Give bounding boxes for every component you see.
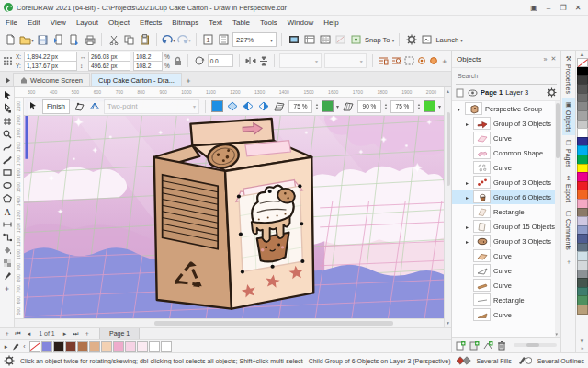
print-button[interactable] xyxy=(83,32,96,47)
menu-text[interactable]: Text xyxy=(209,18,222,27)
start-point-icon[interactable] xyxy=(417,53,426,68)
palette-scroll-left-icon[interactable]: ‹ xyxy=(20,343,28,350)
rectangle-tool[interactable] xyxy=(1,167,13,178)
eyedropper-icon[interactable] xyxy=(11,342,19,351)
expand-caret[interactable]: ▸ xyxy=(464,194,470,201)
plane-left-icon[interactable] xyxy=(242,100,254,113)
layer-options-gear-icon[interactable] xyxy=(547,87,557,98)
expand-caret[interactable]: ▸ xyxy=(464,121,470,127)
vanishing-point-icon[interactable] xyxy=(88,100,101,113)
zoom-level-combo[interactable]: 227%▾ xyxy=(232,32,277,47)
no-color-swatch[interactable] xyxy=(577,58,588,67)
menu-window[interactable]: Window xyxy=(288,18,313,27)
object-item[interactable]: ▾ Perspective Group xyxy=(452,101,560,116)
outline-width-combo[interactable]: ▾ xyxy=(279,53,322,68)
outline-pen-icon[interactable] xyxy=(517,356,532,365)
color-swatch[interactable] xyxy=(149,341,160,352)
stepper-control[interactable]: ▲▼ xyxy=(417,103,421,110)
polygon-tool[interactable] xyxy=(1,192,13,204)
add-tool-plus[interactable]: ＋ xyxy=(1,282,13,294)
vertical-ruler[interactable]: 2100200019001800170016001500140013001200… xyxy=(15,98,24,318)
object-item[interactable]: ▸ Group of 3 Objects xyxy=(452,116,560,131)
object-item[interactable]: Common Shape xyxy=(452,145,560,160)
object-item[interactable]: Rectangle xyxy=(452,293,560,307)
stepper-control[interactable]: ▲▼ xyxy=(315,103,319,110)
search-input[interactable] xyxy=(456,72,557,80)
plane-color-swatch[interactable] xyxy=(322,100,334,112)
restore-button[interactable]: ❐ xyxy=(557,2,570,13)
plane-top-icon[interactable] xyxy=(226,100,239,113)
launch-button[interactable]: Launch xyxy=(435,36,458,44)
color-swatch[interactable] xyxy=(137,341,148,352)
object-item[interactable]: Curve xyxy=(452,278,560,293)
finish-button[interactable]: Finish xyxy=(42,99,70,114)
outline-style-combo[interactable]: ▾ xyxy=(324,53,367,68)
menu-object[interactable]: Object xyxy=(108,18,130,27)
scrollbar-thumb[interactable] xyxy=(556,103,560,158)
marquee-select-icon[interactable] xyxy=(404,53,414,68)
dock-pin-icon[interactable]: » xyxy=(544,56,548,63)
edit-perspective-icon[interactable] xyxy=(73,100,85,113)
expand-caret[interactable]: ▾ xyxy=(456,106,462,112)
tab-pages[interactable]: ❐ Pages xyxy=(562,137,575,170)
scale-v-field[interactable]: 108.2 xyxy=(133,61,163,71)
canvas-artwork[interactable] xyxy=(24,98,444,318)
full-screen-preview-button[interactable] xyxy=(287,32,300,47)
plane-opacity-field[interactable]: 75 % xyxy=(288,100,312,113)
copy-button[interactable] xyxy=(122,32,136,47)
color-swatch[interactable] xyxy=(53,341,64,352)
palette-scroll-down-icon[interactable]: ▼ xyxy=(580,339,585,345)
scroll-down-icon[interactable]: ▼ xyxy=(446,320,450,326)
color-swatch[interactable] xyxy=(41,341,52,352)
object-item[interactable]: ▸ Group of 3 Objects xyxy=(452,234,560,248)
line-color-swatch[interactable] xyxy=(424,100,435,112)
transparency-tool[interactable] xyxy=(1,257,13,269)
tab-welcome-screen[interactable]: Welcome Screen xyxy=(13,73,90,86)
object-item[interactable]: ▸ Group of 15 Objects xyxy=(452,219,560,234)
fill-color-indicator[interactable] xyxy=(457,356,471,365)
new-master-layer-icon[interactable] xyxy=(469,340,480,351)
drawing-canvas[interactable]: Finish Two-point▾ xyxy=(24,98,444,318)
color-swatch[interactable] xyxy=(101,341,112,352)
color-swatch[interactable] xyxy=(89,341,100,352)
page-tab[interactable]: Page 1 xyxy=(99,328,140,339)
menu-table[interactable]: Table xyxy=(232,18,250,27)
export-button[interactable] xyxy=(67,32,81,47)
snap-options-icon[interactable] xyxy=(349,32,363,47)
end-point-icon[interactable] xyxy=(429,53,438,68)
object-item[interactable]: Curve xyxy=(452,307,560,322)
object-item[interactable]: Curve xyxy=(452,131,560,145)
close-button[interactable]: ✕ xyxy=(571,2,584,13)
zoom-to-page-button[interactable] xyxy=(217,32,231,47)
minimize-button[interactable]: – xyxy=(542,2,555,13)
save-button[interactable] xyxy=(36,32,50,47)
add-page-after-button[interactable]: ＋ xyxy=(83,329,91,339)
snap-off-button[interactable] xyxy=(334,32,347,47)
tree-scrollbar[interactable]: ▾ xyxy=(555,101,560,337)
wrap-contour-icon[interactable] xyxy=(391,53,401,68)
y-position-field[interactable]: 1,137.67 px xyxy=(24,61,77,71)
zoom-tool[interactable] xyxy=(1,128,13,140)
expand-caret[interactable]: ▸ xyxy=(464,224,470,230)
add-docker-tab[interactable]: ＋ xyxy=(562,255,575,270)
crop-tool[interactable] xyxy=(1,115,13,127)
perspective-type-combo[interactable]: Two-point▾ xyxy=(104,99,199,114)
zoom-actual-button[interactable]: 1 xyxy=(201,32,215,47)
wrap-text-icon[interactable] xyxy=(379,53,389,68)
scrollbar-thumb[interactable] xyxy=(447,112,450,186)
object-item[interactable]: Curve xyxy=(452,160,560,175)
tab-export[interactable]: ↥ Export xyxy=(562,172,575,205)
last-page-button[interactable]: ⏭ xyxy=(72,330,80,338)
tab-scroll-icon[interactable] xyxy=(2,74,13,86)
object-item[interactable]: Rectangle xyxy=(452,204,560,219)
object-position-grid-icon[interactable] xyxy=(3,53,13,68)
tab-comments[interactable]: ▢ Comments xyxy=(562,207,575,253)
status-gear-icon[interactable] xyxy=(4,355,15,366)
text-tool[interactable]: A xyxy=(1,205,13,217)
object-item[interactable]: ▸ Group of 3 Objects xyxy=(452,175,560,190)
interactive-fill-tool[interactable] xyxy=(1,244,13,256)
new-tab-button[interactable]: ＋ xyxy=(183,74,194,86)
object-item[interactable]: Curve xyxy=(452,248,560,263)
freehand-tool[interactable] xyxy=(1,141,13,153)
menu-view[interactable]: View xyxy=(51,18,66,27)
